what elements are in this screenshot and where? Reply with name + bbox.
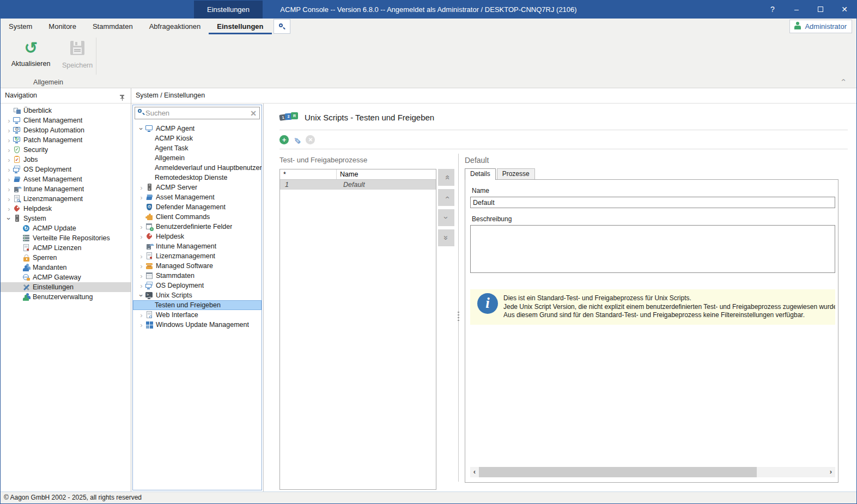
nav-item-os-deployment[interactable]: ›OS Deployment (1, 165, 131, 174)
nav-item-jobs[interactable]: ›✓Jobs (1, 155, 131, 165)
search-button[interactable] (273, 19, 290, 34)
column-header-name[interactable]: Name (337, 169, 436, 179)
nav-item-client-management[interactable]: ›Client Management (1, 116, 131, 125)
menu-tab-stammdaten[interactable]: Stammdaten (84, 19, 141, 34)
settings-item-acmp-server[interactable]: ›ACMP Server (133, 183, 262, 192)
nav-item-acmp-lizenzen[interactable]: ACMP Lizenzen (1, 243, 131, 253)
move-top-button[interactable]: » (438, 169, 454, 186)
expand-chevron-icon[interactable]: › (137, 272, 145, 280)
expand-chevron-icon[interactable]: › (5, 215, 13, 223)
expand-chevron-icon[interactable]: › (137, 262, 145, 270)
move-up-button[interactable]: › (438, 189, 454, 206)
expand-chevron-icon[interactable]: › (137, 125, 145, 133)
expand-chevron-icon[interactable]: › (5, 146, 13, 154)
move-down-button[interactable]: › (438, 209, 454, 226)
menu-tab-abfrageaktionen[interactable]: Abfrageaktionen (141, 19, 209, 34)
collapse-ribbon-icon[interactable]: › (842, 76, 844, 84)
expand-chevron-icon[interactable]: › (137, 223, 145, 231)
nav-item-überblick[interactable]: Überblick (1, 106, 131, 116)
expand-chevron-icon[interactable]: › (5, 175, 13, 184)
expand-chevron-icon[interactable]: › (5, 185, 13, 193)
edit-button[interactable]: ✎ (294, 136, 301, 144)
tab-prozesse[interactable]: Prozesse (497, 168, 535, 179)
settings-item-agent-task[interactable]: Agent Task (133, 143, 262, 153)
nav-item-helpdesk[interactable]: ›Helpdesk (1, 204, 131, 214)
settings-item-acmp-agent[interactable]: ›ACMP Agent (133, 124, 262, 133)
expand-chevron-icon[interactable]: › (137, 252, 145, 260)
expand-chevron-icon[interactable]: › (5, 126, 13, 135)
expand-chevron-icon[interactable]: › (5, 156, 13, 164)
menu-tab-einstellungen[interactable]: Einstellungen (209, 19, 271, 34)
settings-item-helpdesk[interactable]: ›Helpdesk (133, 232, 262, 241)
nav-item-benutzerverwaltung[interactable]: Benutzerverwaltung (1, 292, 131, 302)
name-field[interactable] (470, 197, 835, 208)
nav-item-intune-management[interactable]: ›☁Intune Management (1, 184, 131, 194)
nav-item-acmp-gateway[interactable]: ACMP Gateway (1, 272, 131, 282)
column-header-index[interactable]: * (280, 169, 337, 179)
nav-item-einstellungen[interactable]: Einstellungen (1, 282, 131, 292)
splitter[interactable] (458, 154, 459, 482)
expand-chevron-icon[interactable]: › (5, 117, 13, 125)
menu-tab-monitore[interactable]: Monitore (40, 19, 84, 34)
expand-chevron-icon[interactable]: › (5, 136, 13, 144)
help-button[interactable]: ? (761, 1, 785, 19)
nav-item-lizenzmanagement[interactable]: ›Lizenzmanagement (1, 194, 131, 204)
settings-item-defender-management[interactable]: ⚙Defender Management (133, 202, 262, 212)
settings-item-web-interface[interactable]: ›Web Interface (133, 310, 262, 320)
settings-item-stammdaten[interactable]: ›Stammdaten (133, 271, 262, 281)
close-button[interactable]: ✕ (832, 1, 856, 19)
expand-chevron-icon[interactable]: › (5, 205, 13, 213)
nav-item-asset-management[interactable]: ›Asset Management (1, 174, 131, 184)
expand-chevron-icon[interactable]: › (137, 321, 145, 329)
nav-item-verteilte-file-repositories[interactable]: Verteilte File Repositories (1, 233, 131, 243)
settings-item-intune-management[interactable]: ☁Intune Management (133, 241, 262, 251)
expand-chevron-icon[interactable]: › (5, 166, 13, 174)
process-row-default[interactable]: 1Default (280, 180, 436, 190)
add-button[interactable]: + (279, 135, 289, 144)
settings-item-remotedesktop-dienste[interactable]: Remotedesktop Dienste (133, 173, 262, 183)
settings-item-testen-und-freigeben[interactable]: Testen und Freigeben (133, 300, 262, 310)
scrollbar-thumb[interactable] (479, 467, 757, 477)
expand-chevron-icon[interactable]: › (137, 282, 145, 290)
scroll-right-icon[interactable]: › (826, 467, 835, 477)
description-field[interactable] (470, 225, 835, 273)
move-bottom-button[interactable]: » (438, 229, 454, 246)
expand-chevron-icon[interactable]: › (137, 184, 145, 192)
nav-item-sperren[interactable]: Sperren (1, 253, 131, 263)
speichern-button[interactable]: Speichern (59, 37, 96, 72)
settings-item-windows-update-management[interactable]: ›Windows Update Management (133, 320, 262, 330)
expand-chevron-icon[interactable]: › (137, 193, 145, 202)
nav-item-acmp-update[interactable]: ↻ACMP Update (1, 223, 131, 233)
administrator-button[interactable]: Administrator (789, 20, 852, 33)
search-input[interactable] (145, 109, 247, 117)
nav-item-mandanten[interactable]: Mandanten (1, 263, 131, 272)
minimize-button[interactable]: – (785, 1, 809, 19)
settings-item-lizenzmanagement[interactable]: ›Lizenzmanagement (133, 251, 262, 261)
aktualisieren-button[interactable]: ↺Aktualisieren (8, 37, 53, 72)
menu-tab-system[interactable]: System (1, 19, 40, 34)
expand-chevron-icon[interactable]: › (137, 292, 145, 300)
nav-item-desktop-automation[interactable]: ›⚙Desktop Automation (1, 125, 131, 135)
scroll-left-icon[interactable]: ‹ (470, 467, 479, 477)
settings-item-managed-software[interactable]: ›Managed Software (133, 261, 262, 271)
settings-item-os-deployment[interactable]: ›OS Deployment (133, 281, 262, 290)
expand-chevron-icon[interactable]: › (137, 311, 145, 319)
settings-item-acmp-kiosk[interactable]: ACMP Kiosk (133, 133, 262, 143)
nav-item-system[interactable]: ›System (1, 214, 131, 223)
settings-item-allgemein[interactable]: Allgemein (133, 153, 262, 163)
settings-item-benutzerdefinierte-felder[interactable]: ›+Benutzerdefinierte Felder (133, 222, 262, 232)
settings-item-unix-scripts[interactable]: ›>_Unix Scripts (133, 290, 262, 300)
delete-button[interactable]: ✕ (306, 135, 315, 144)
settings-item-anmeldeverlauf-und-hauptbenutzer[interactable]: Anmeldeverlauf und Hauptbenutzer (133, 163, 262, 173)
settings-item-asset-management[interactable]: ›Asset Management (133, 192, 262, 202)
clear-search-icon[interactable]: ✕ (247, 109, 259, 118)
expand-chevron-icon[interactable]: › (137, 233, 145, 241)
expand-chevron-icon[interactable]: › (5, 195, 13, 203)
tab-details[interactable]: Details (465, 168, 496, 180)
pin-icon[interactable] (118, 92, 126, 107)
maximize-button[interactable] (809, 1, 832, 19)
scrollbar-track[interactable] (479, 467, 826, 477)
settings-item-client-commands[interactable]: Client Commands (133, 212, 262, 222)
nav-item-security[interactable]: ›✓Security (1, 145, 131, 155)
nav-item-patch-management[interactable]: ›↻Patch Management (1, 135, 131, 145)
